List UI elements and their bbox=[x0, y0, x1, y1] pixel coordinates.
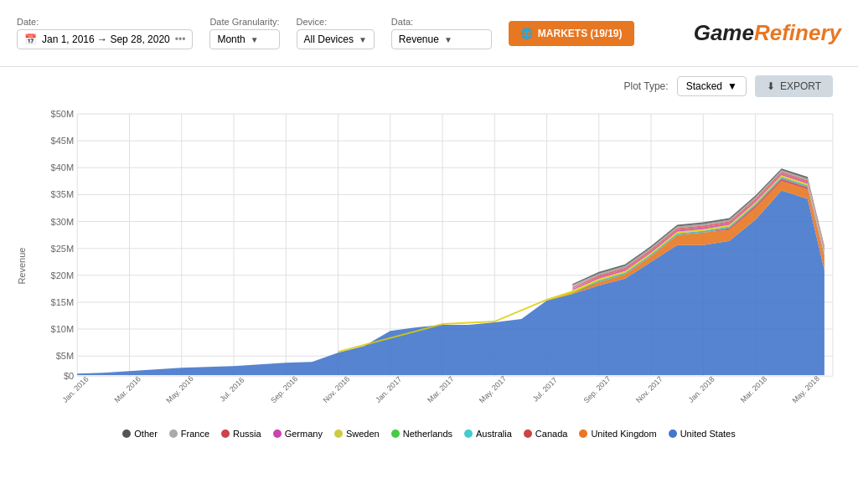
svg-text:Jan. 2017: Jan. 2017 bbox=[374, 375, 403, 404]
svg-text:Nov. 2017: Nov. 2017 bbox=[634, 374, 664, 404]
chevron-down-icon: ▼ bbox=[251, 35, 259, 44]
legend-color-dot bbox=[464, 429, 473, 438]
svg-text:$50M: $50M bbox=[51, 109, 75, 119]
legend-item: Other bbox=[122, 429, 158, 439]
device-control-group: Device: All Devices ▼ bbox=[297, 17, 375, 49]
chart-top-controls: Plot Type: Stacked ▼ ⬇ EXPORT bbox=[17, 75, 841, 97]
date-control-group: Date: 📅 Jan 1, 2016 → Sep 28, 2020 ••• bbox=[17, 17, 193, 49]
globe-icon: 🌐 bbox=[520, 28, 533, 39]
legend-label: United Kingdom bbox=[591, 429, 656, 439]
legend-color-dot bbox=[334, 429, 343, 438]
legend-item: Germany bbox=[273, 429, 323, 439]
chart-wrapper: $50M $45M $40M $35M $30M $25M $20M $15M … bbox=[34, 102, 841, 422]
logo-refinery: Refinery bbox=[754, 20, 841, 45]
markets-button[interactable]: 🌐 MARKETS (19/19) bbox=[509, 21, 634, 46]
legend-label: Germany bbox=[285, 429, 323, 439]
legend-color-dot bbox=[273, 429, 282, 438]
chart-container: Plot Type: Stacked ▼ ⬇ EXPORT Revenue $5… bbox=[0, 67, 858, 444]
legend-color-dot bbox=[391, 429, 400, 438]
granularity-control-group: Date Granularity: Month ▼ bbox=[209, 17, 279, 49]
dots-icon: ••• bbox=[175, 33, 186, 45]
svg-text:$10M: $10M bbox=[51, 324, 75, 334]
granularity-label: Date Granularity: bbox=[209, 17, 279, 27]
markets-label: MARKETS (19/19) bbox=[538, 28, 623, 39]
legend-label: Sweden bbox=[346, 429, 380, 439]
svg-text:$0: $0 bbox=[64, 371, 74, 381]
logo-game: Game bbox=[694, 20, 754, 45]
date-input[interactable]: 📅 Jan 1, 2016 → Sep 28, 2020 ••• bbox=[17, 29, 193, 49]
export-label: EXPORT bbox=[780, 80, 821, 92]
svg-text:Jul. 2016: Jul. 2016 bbox=[218, 376, 246, 404]
svg-text:Mar. 2017: Mar. 2017 bbox=[426, 375, 455, 404]
svg-text:$40M: $40M bbox=[51, 162, 75, 172]
legend-label: Russia bbox=[233, 429, 261, 439]
svg-text:$20M: $20M bbox=[51, 270, 75, 280]
date-label: Date: bbox=[17, 17, 193, 27]
legend-label: Other bbox=[134, 429, 158, 439]
export-button[interactable]: ⬇ EXPORT bbox=[755, 75, 833, 97]
data-value: Revenue bbox=[399, 33, 439, 45]
legend-item: France bbox=[169, 429, 209, 439]
device-value: All Devices bbox=[304, 33, 354, 45]
svg-text:$45M: $45M bbox=[51, 136, 75, 146]
logo: GameRefinery bbox=[694, 20, 841, 46]
legend-label: Canada bbox=[535, 429, 568, 439]
legend-item: Sweden bbox=[334, 429, 380, 439]
legend-item: Netherlands bbox=[391, 429, 452, 439]
legend-label: Netherlands bbox=[403, 429, 452, 439]
download-icon: ⬇ bbox=[767, 80, 775, 92]
legend-item: United States bbox=[669, 429, 736, 439]
legend-color-dot bbox=[669, 429, 677, 438]
svg-text:Jul. 2017: Jul. 2017 bbox=[531, 376, 559, 404]
svg-text:$25M: $25M bbox=[51, 244, 75, 254]
svg-text:$35M: $35M bbox=[51, 189, 75, 199]
legend-color-dot bbox=[579, 429, 587, 438]
chevron-down-icon: ▼ bbox=[444, 35, 452, 44]
granularity-select[interactable]: Month ▼ bbox=[209, 29, 279, 49]
calendar-icon: 📅 bbox=[24, 33, 37, 45]
svg-text:Nov. 2016: Nov. 2016 bbox=[322, 374, 352, 404]
legend-item: Canada bbox=[524, 429, 568, 439]
plot-type-select[interactable]: Stacked ▼ bbox=[677, 76, 747, 96]
date-value: Jan 1, 2016 → Sep 28, 2020 bbox=[42, 33, 170, 45]
legend-item: Australia bbox=[464, 429, 512, 439]
chart-area: Revenue $50M $45M $40M $35M $30M $25M $2… bbox=[17, 102, 841, 422]
data-label: Data: bbox=[391, 17, 492, 27]
legend-item: United Kingdom bbox=[579, 429, 656, 439]
main-chart-svg: $50M $45M $40M $35M $30M $25M $20M $15M … bbox=[34, 102, 841, 422]
legend-label: Australia bbox=[476, 429, 512, 439]
data-control-group: Data: Revenue ▼ bbox=[391, 17, 492, 49]
svg-text:Jan. 2018: Jan. 2018 bbox=[687, 375, 716, 404]
plot-type-value: Stacked bbox=[686, 80, 722, 92]
legend-item: Russia bbox=[221, 429, 261, 439]
legend-color-dot bbox=[169, 429, 178, 438]
legend-label: France bbox=[181, 429, 209, 439]
header: Date: 📅 Jan 1, 2016 → Sep 28, 2020 ••• D… bbox=[0, 0, 858, 67]
svg-text:$30M: $30M bbox=[51, 217, 75, 227]
svg-text:$15M: $15M bbox=[51, 297, 75, 307]
svg-text:Sep. 2016: Sep. 2016 bbox=[269, 374, 299, 404]
legend-color-dot bbox=[221, 429, 230, 438]
svg-text:Sep. 2017: Sep. 2017 bbox=[582, 374, 612, 404]
chevron-down-icon: ▼ bbox=[359, 35, 367, 44]
plot-type-label: Plot Type: bbox=[623, 80, 668, 92]
svg-text:May. 2017: May. 2017 bbox=[478, 374, 508, 404]
legend-color-dot bbox=[122, 429, 131, 438]
device-label: Device: bbox=[297, 17, 375, 27]
device-select[interactable]: All Devices ▼ bbox=[297, 29, 375, 49]
chevron-down-icon: ▼ bbox=[727, 80, 737, 92]
svg-text:Mar. 2016: Mar. 2016 bbox=[113, 375, 142, 404]
controls-bar: Date: 📅 Jan 1, 2016 → Sep 28, 2020 ••• D… bbox=[17, 17, 694, 49]
granularity-value: Month bbox=[217, 33, 245, 45]
legend-label: United States bbox=[680, 429, 736, 439]
svg-text:May. 2018: May. 2018 bbox=[791, 374, 821, 404]
legend: OtherFranceRussiaGermanySwedenNetherland… bbox=[17, 422, 841, 444]
svg-text:$5M: $5M bbox=[56, 351, 74, 361]
data-select[interactable]: Revenue ▼ bbox=[391, 29, 492, 49]
svg-text:Mar. 2018: Mar. 2018 bbox=[739, 375, 768, 404]
legend-color-dot bbox=[524, 429, 532, 438]
y-axis-label: Revenue bbox=[17, 111, 34, 422]
svg-text:May. 2016: May. 2016 bbox=[164, 374, 194, 404]
